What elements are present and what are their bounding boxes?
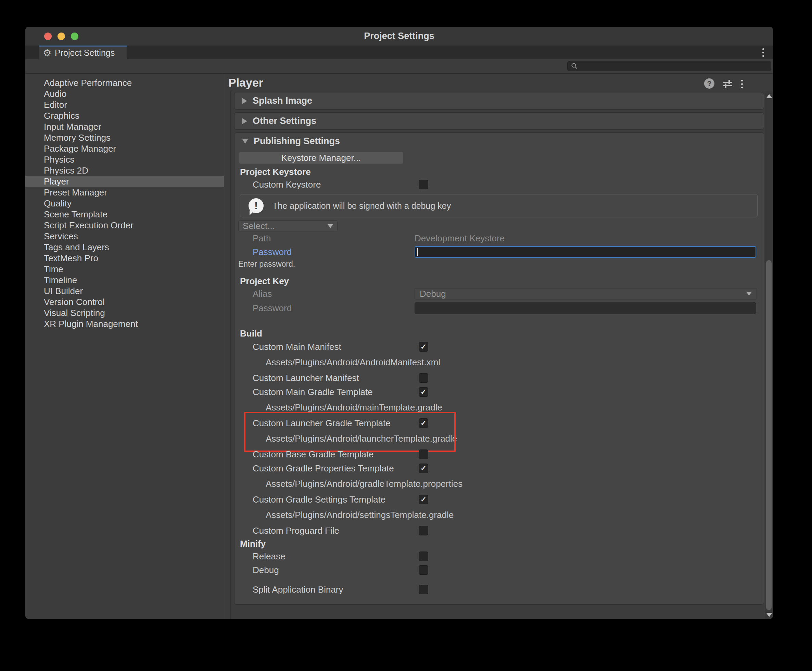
chevron-down-icon [746, 292, 752, 296]
sidebar-item-textmesh-pro[interactable]: TextMesh Pro [26, 253, 224, 264]
sidebar-item-audio[interactable]: Audio [26, 89, 224, 99]
tab-strip: ⚙ Project Settings [26, 46, 773, 59]
setting-label: Custom Proguard File [253, 525, 339, 536]
setting-row: Custom Gradle Settings Template✓ [235, 492, 764, 506]
expanded-arrow-icon [242, 139, 248, 144]
setting-label: Custom Gradle Properties Template [253, 463, 394, 473]
sidebar-item-services[interactable]: Services [26, 231, 224, 242]
custom-keystore-label: Custom Keystore [253, 179, 321, 190]
scroll-up-arrow-icon[interactable] [766, 94, 772, 98]
sidebar-item-memory-settings[interactable]: Memory Settings [26, 132, 224, 143]
publishing-settings-header[interactable]: Publishing Settings [235, 133, 764, 150]
unchecked-checkbox[interactable] [419, 526, 428, 535]
sidebar-item-physics[interactable]: Physics [26, 154, 224, 165]
sidebar-item-time[interactable]: Time [26, 264, 224, 274]
maximize-window-icon[interactable] [71, 32, 78, 40]
project-key-header: Project Key [235, 275, 764, 287]
minimize-window-icon[interactable] [58, 32, 65, 40]
collapsed-arrow-icon [242, 118, 247, 124]
tab-strip-kebab-menu-icon[interactable] [763, 48, 764, 57]
settings-category-sidebar: Adaptive PerformanceAudioEditorGraphicsI… [26, 73, 224, 619]
section-publishing-settings: Publishing Settings Keystore Manager... … [234, 133, 764, 605]
custom-keystore-checkbox[interactable] [419, 180, 428, 189]
asset-path-text: Assets/Plugins/Android/mainTemplate.grad… [266, 402, 442, 413]
keystore-path-row: Path Development Keystore [235, 232, 764, 245]
close-window-icon[interactable] [44, 32, 52, 40]
key-password-input[interactable] [415, 302, 756, 314]
sidebar-item-ui-builder[interactable]: UI Builder [26, 286, 224, 296]
sidebar-item-scene-template[interactable]: Scene Template [26, 209, 224, 220]
path-label: Path [253, 233, 271, 244]
keystore-password-label: Password [253, 247, 292, 257]
key-password-row: Password [235, 301, 764, 316]
keystore-select-dropdown[interactable]: Select... [238, 220, 337, 232]
sidebar-item-preset-manager[interactable]: Preset Manager [26, 187, 224, 198]
sidebar-item-player[interactable]: Player [26, 176, 224, 187]
sidebar-item-package-manager[interactable]: Package Manager [26, 143, 224, 154]
checked-checkbox[interactable]: ✓ [419, 387, 428, 397]
tab-project-settings[interactable]: ⚙ Project Settings [39, 46, 127, 59]
setting-label: Custom Launcher Manifest [253, 373, 359, 383]
keystore-password-input[interactable] [415, 246, 756, 258]
sidebar-item-physics-2d[interactable]: Physics 2D [26, 165, 224, 176]
keystore-manager-button[interactable]: Keystore Manager... [239, 152, 403, 164]
setting-label: Debug [253, 565, 279, 575]
alias-dropdown[interactable]: Debug [415, 288, 757, 300]
asset-path-text: Assets/Plugins/Android/settingsTemplate.… [266, 510, 454, 520]
text-caret [417, 248, 418, 256]
other-settings-header[interactable]: Other Settings [235, 112, 764, 129]
search-input[interactable] [580, 61, 771, 71]
alias-label: Alias [253, 289, 272, 299]
section-title: Publishing Settings [254, 136, 340, 146]
chevron-down-icon [328, 224, 333, 228]
unchecked-checkbox[interactable] [419, 450, 428, 459]
setting-row: Custom Base Gradle Template [235, 447, 764, 461]
custom-keystore-row: Custom Keystore [235, 178, 764, 191]
spacer [235, 577, 764, 582]
panel-header: Player [224, 73, 773, 91]
gear-icon: ⚙ [43, 48, 51, 58]
sidebar-item-tags-and-layers[interactable]: Tags and Layers [26, 242, 224, 253]
unchecked-checkbox[interactable] [419, 585, 428, 594]
sidebar-item-xr-plugin-management[interactable]: XR Plugin Management [26, 318, 224, 329]
alias-value: Debug [420, 289, 446, 299]
debug-key-info-text: The application will be signed with a de… [272, 201, 451, 211]
section-splash-image: Splash Image [234, 92, 764, 109]
sidebar-item-timeline[interactable]: Timeline [26, 274, 224, 286]
unchecked-checkbox[interactable] [419, 552, 428, 561]
scroll-down-arrow-icon[interactable] [766, 613, 772, 617]
unchecked-checkbox[interactable] [419, 373, 428, 383]
checked-checkbox[interactable]: ✓ [419, 463, 428, 473]
publishing-settings-body: Keystore Manager... Project Keystore Cus… [235, 152, 764, 604]
alias-row: Alias Debug [235, 287, 764, 301]
sidebar-item-quality[interactable]: Quality [26, 198, 224, 209]
scrollbar-thumb[interactable] [766, 260, 771, 610]
page-title: Player [228, 76, 263, 89]
checked-checkbox[interactable]: ✓ [419, 342, 428, 352]
asset-path-text: Assets/Plugins/Android/launcherTemplate.… [266, 433, 457, 444]
sidebar-item-editor[interactable]: Editor [26, 99, 224, 110]
minify-header: Minify [235, 538, 764, 550]
checked-checkbox[interactable]: ✓ [419, 418, 428, 428]
sidebar-item-visual-scripting[interactable]: Visual Scripting [26, 307, 224, 318]
panel-kebab-menu-icon[interactable] [741, 79, 743, 89]
sidebar-item-version-control[interactable]: Version Control [26, 296, 224, 307]
sidebar-item-script-execution-order[interactable]: Script Execution Order [26, 220, 224, 231]
presets-sliders-icon[interactable] [723, 79, 733, 89]
search-box[interactable] [567, 61, 771, 71]
checked-checkbox[interactable]: ✓ [419, 495, 428, 504]
sidebar-item-adaptive-performance[interactable]: Adaptive Performance [26, 77, 224, 89]
help-icon[interactable]: ? [704, 78, 715, 89]
path-value: Development Keystore [415, 233, 505, 244]
sidebar-item-graphics[interactable]: Graphics [26, 110, 224, 121]
splash-image-header[interactable]: Splash Image [235, 92, 764, 109]
window-title: Project Settings [364, 31, 434, 41]
enter-password-hint: Enter password. [235, 259, 764, 269]
build-header: Build [235, 327, 764, 340]
unchecked-checkbox[interactable] [419, 565, 428, 575]
setting-row: Debug [235, 563, 764, 577]
debug-key-info-box: ! The application will be signed with a … [240, 194, 758, 217]
setting-row: Custom Main Gradle Template✓ [235, 385, 764, 399]
vertical-scrollbar[interactable] [765, 91, 773, 619]
sidebar-item-input-manager[interactable]: Input Manager [26, 121, 224, 132]
